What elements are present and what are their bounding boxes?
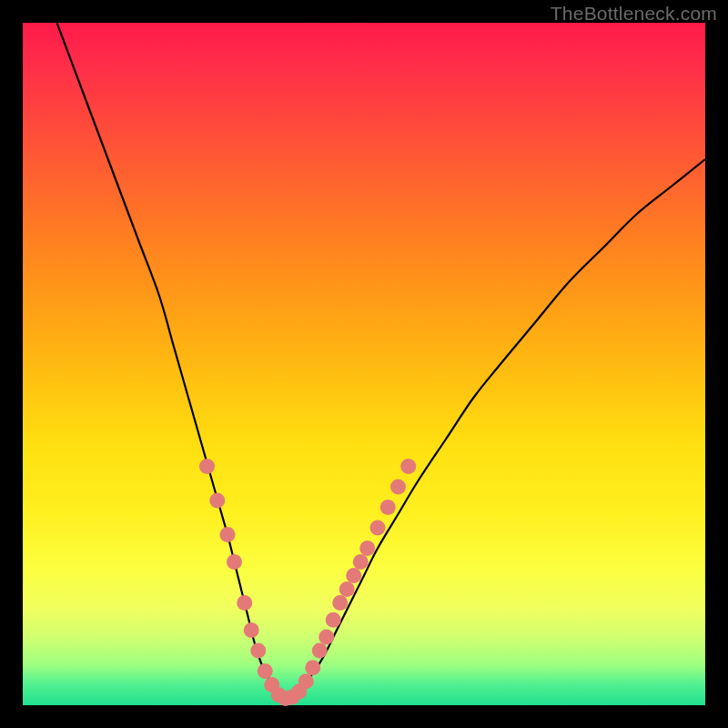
- highlight-dot: [244, 622, 259, 638]
- highlight-dot: [237, 595, 252, 611]
- highlight-dot: [227, 554, 242, 570]
- highlight-dot: [298, 673, 314, 689]
- highlight-dot: [199, 459, 215, 474]
- bottleneck-curve: [57, 23, 706, 700]
- highlight-dot: [305, 660, 320, 675]
- highlight-dot: [380, 500, 396, 515]
- plot-area: [23, 23, 705, 705]
- highlight-dot: [250, 643, 266, 659]
- chart-frame: TheBottleneck.com: [0, 0, 728, 728]
- highlight-dot: [209, 493, 225, 509]
- chart-svg: [23, 23, 705, 705]
- highlight-dot: [390, 480, 406, 495]
- highlight-dot: [312, 643, 328, 659]
- highlight-dot: [370, 521, 386, 536]
- highlight-dot: [359, 541, 375, 556]
- highlight-dot: [346, 568, 361, 583]
- highlight-dot: [332, 595, 348, 611]
- curve-path-group: [57, 23, 706, 700]
- highlight-dot: [326, 612, 341, 628]
- highlight-dot: [400, 459, 416, 474]
- highlight-dot: [258, 663, 273, 679]
- highlight-dot: [318, 630, 334, 645]
- watermark-label: TheBottleneck.com: [551, 3, 717, 25]
- highlight-dots-group: [199, 459, 416, 706]
- highlight-dot: [339, 581, 355, 597]
- highlight-dot: [353, 554, 369, 570]
- highlight-dot: [220, 527, 236, 542]
